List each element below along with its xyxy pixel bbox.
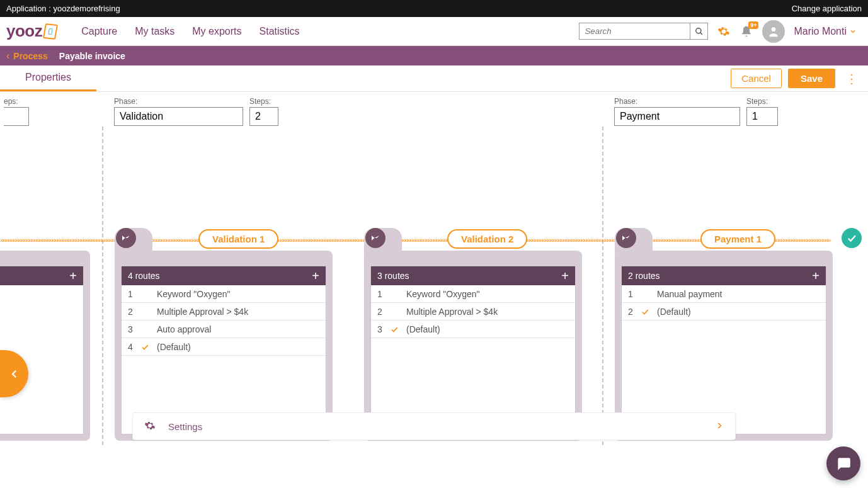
routes-count: 2 routes (628, 271, 660, 281)
route-number: 4 (122, 342, 140, 352)
search-input[interactable] (580, 23, 690, 39)
phase-name-input[interactable] (614, 107, 740, 126)
phase-divider (602, 127, 603, 445)
routes-header: 4 routes + (122, 266, 326, 285)
step-pill-validation1[interactable]: Validation 1 (198, 229, 278, 249)
user-menu[interactable]: Mario Monti (794, 26, 857, 37)
app-name: Application : yoozdemorefrising (6, 4, 120, 13)
add-route-button[interactable]: + (812, 269, 819, 283)
route-number: 2 (122, 307, 140, 317)
route-row[interactable]: 1Keyword "Oxygen" (371, 285, 575, 303)
check-icon (390, 325, 406, 334)
step-pill-payment1[interactable]: Payment 1 (700, 229, 775, 249)
svg-line-1 (700, 32, 702, 34)
change-app-link[interactable]: Change application (792, 4, 862, 13)
merge-node[interactable] (365, 228, 385, 248)
tab-properties[interactable]: Properties (0, 65, 96, 91)
breadcrumb-page: Payable invoice (59, 51, 125, 61)
cancel-button[interactable]: Cancel (731, 69, 782, 88)
routes-header: 2 routes + (622, 266, 826, 285)
routes-header: + (0, 266, 83, 285)
field-label: Phase: (114, 97, 243, 106)
avatar-icon (767, 25, 780, 38)
chat-button[interactable] (826, 446, 860, 480)
end-node (842, 228, 862, 248)
route-row[interactable]: 2Multiple Approval > $4k (371, 303, 575, 321)
steps-input[interactable] (746, 107, 778, 126)
save-button[interactable]: Save (788, 69, 835, 88)
nav-statistics[interactable]: Statistics (251, 26, 309, 37)
routes-header: 3 routes + (371, 266, 575, 285)
route-label: Manual payment (657, 289, 826, 299)
field-label: Phase: (614, 97, 740, 106)
check-icon (140, 343, 157, 351)
route-label: (Default) (157, 342, 326, 352)
avatar[interactable] (762, 20, 785, 43)
logo-text: yooz (6, 21, 42, 41)
search-button[interactable] (690, 23, 707, 39)
route-row[interactable]: 2Multiple Approval > $4k (122, 303, 326, 321)
add-route-button[interactable]: + (69, 269, 77, 283)
route-row[interactable]: 4(Default) (122, 338, 326, 356)
nav-my-tasks[interactable]: My tasks (126, 26, 183, 37)
chevron-left-icon (9, 368, 20, 380)
username-label: Mario Monti (794, 26, 847, 37)
merge-node[interactable] (116, 228, 136, 248)
svg-point-2 (772, 27, 776, 31)
merge-node[interactable] (616, 228, 636, 248)
route-row[interactable]: 3Auto approval (122, 321, 326, 338)
route-row[interactable]: 2(Default) (622, 303, 826, 321)
settings-bar[interactable]: Settings (132, 412, 736, 440)
breadcrumb-bar: ‹ Process Payable invoice (0, 46, 868, 65)
route-label: Keyword "Oxygen" (157, 289, 326, 299)
breadcrumb-process[interactable]: Process (13, 51, 47, 61)
notifications-bell-icon[interactable]: 9+ (740, 25, 753, 38)
settings-gear-icon[interactable] (717, 25, 731, 38)
field-label: eps: (4, 97, 29, 106)
workflow-canvas: eps: Phase: Steps: Phase: Steps: (0, 92, 868, 445)
field-label: Steps: (249, 97, 278, 106)
phase-validation: Phase: Steps: (114, 97, 278, 126)
search-box (579, 23, 708, 40)
route-label: Multiple Approval > $4k (406, 307, 575, 317)
search-icon (695, 27, 704, 36)
routes-count: 4 routes (128, 271, 160, 281)
check-icon (641, 307, 657, 316)
route-number: 1 (622, 289, 641, 299)
route-label: (Default) (406, 324, 575, 334)
phase-payment: Phase: Steps: (614, 97, 778, 126)
back-chevron-icon[interactable]: ‹ (6, 50, 9, 62)
more-menu-icon[interactable]: ⋮ (842, 71, 862, 86)
notif-badge: 9+ (748, 21, 758, 29)
route-label: Auto approval (157, 324, 326, 334)
field-label: Steps: (746, 97, 778, 106)
phase-divider (102, 127, 103, 445)
route-row[interactable]: 1Keyword "Oxygen" (122, 285, 326, 303)
svg-point-0 (696, 28, 701, 33)
add-route-button[interactable]: + (312, 269, 319, 283)
route-number: 3 (371, 324, 390, 334)
steps-input[interactable] (249, 107, 278, 126)
logo[interactable]: yooz (6, 21, 57, 41)
main-header: yooz Capture My tasks My exports Statist… (0, 17, 868, 46)
route-number: 1 (122, 289, 140, 299)
route-number: 3 (122, 324, 140, 334)
chevron-down-icon (849, 28, 857, 35)
add-route-button[interactable]: + (561, 269, 569, 283)
route-number: 2 (622, 307, 641, 317)
app-topbar: Application : yoozdemorefrising Change a… (0, 0, 868, 17)
step-pill-validation2[interactable]: Validation 2 (447, 229, 527, 249)
settings-label: Settings (168, 421, 715, 432)
nav-my-exports[interactable]: My exports (183, 26, 250, 37)
gear-icon (144, 420, 156, 433)
phase-name-input[interactable] (114, 107, 243, 126)
route-number: 1 (371, 289, 390, 299)
tab-row: Properties Cancel Save ⋮ (0, 65, 868, 92)
route-number: 2 (371, 307, 390, 317)
route-row[interactable]: 1Manual payment (622, 285, 826, 303)
route-label: Multiple Approval > $4k (157, 307, 326, 317)
phase-partial: eps: (4, 97, 29, 126)
nav-capture[interactable]: Capture (72, 26, 126, 37)
route-row[interactable]: 3(Default) (371, 321, 575, 338)
steps-input-partial[interactable] (4, 107, 29, 126)
